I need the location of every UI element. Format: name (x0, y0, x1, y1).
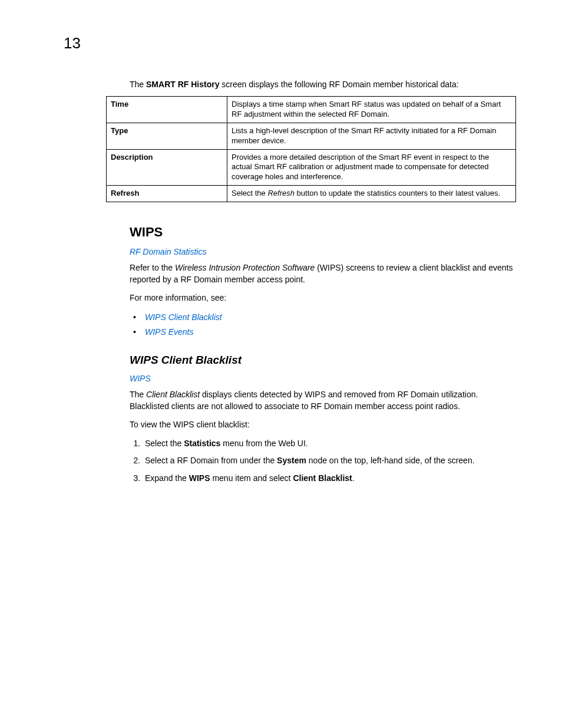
step-mid: node on the top, left-hand side, of the … (306, 456, 475, 465)
step-mid: menu item and select (210, 473, 293, 483)
step-bold-2: Client Blacklist (293, 473, 352, 483)
step-pre: Select the (145, 439, 184, 448)
row-label: Time (107, 97, 227, 123)
table-row: Refresh Select the Refresh button to upd… (107, 186, 516, 202)
intro-suffix: screen displays the following RF Domain … (219, 80, 458, 89)
wips-paragraph-2: For more information, see: (130, 292, 516, 304)
blacklist-steps: Select the Statistics menu from the Web … (130, 438, 516, 485)
page-content: The SMART RF History screen displays the… (106, 80, 516, 492)
blacklist-heading: WIPS Client Blacklist (130, 354, 516, 367)
desc-italic: Refresh (267, 189, 295, 197)
table-row: Type Lists a high-level description of t… (107, 123, 516, 149)
row-desc: Select the Refresh button to update the … (227, 186, 516, 202)
row-desc: Displays a time stamp when Smart RF stat… (227, 97, 516, 123)
intro-text: The SMART RF History screen displays the… (130, 80, 516, 89)
blacklist-breadcrumb-link[interactable]: WIPS (130, 374, 516, 383)
text-pre: The (130, 390, 146, 399)
wips-client-blacklist-link[interactable]: WIPS Client Blacklist (145, 312, 222, 322)
step-item: Select the Statistics menu from the Web … (143, 438, 516, 450)
table-row: Time Displays a time stamp when Smart RF… (107, 97, 516, 123)
intro-bold: SMART RF History (146, 80, 219, 89)
text-italic: Client Blacklist (146, 390, 200, 399)
wips-breadcrumb-link[interactable]: RF Domain Statistics (130, 247, 516, 256)
page-number: 13 (64, 34, 81, 52)
text-italic: Wireless Intrusion Protection Software (175, 263, 315, 272)
step-pre: Select a RF Domain from under the (145, 456, 277, 465)
row-desc: Lists a high-level description of the Sm… (227, 123, 516, 149)
table-row: Description Provides a more detailed des… (107, 149, 516, 186)
step-bold: System (277, 456, 306, 465)
step-bold: WIPS (189, 473, 210, 483)
blacklist-paragraph-1: The Client Blacklist displays clients de… (130, 389, 516, 412)
step-item: Expand the WIPS menu item and select Cli… (143, 473, 516, 485)
step-post: . (352, 473, 355, 483)
row-desc: Provides a more detailed description of … (227, 149, 516, 186)
list-item: WIPS Events (130, 326, 516, 338)
wips-heading: WIPS (130, 225, 516, 240)
step-pre: Expand the (145, 473, 189, 483)
definition-table: Time Displays a time stamp when Smart RF… (106, 96, 516, 202)
desc-post: button to update the statistics counters… (295, 189, 500, 197)
step-bold: Statistics (184, 439, 220, 448)
desc-pre: Select the (232, 189, 267, 197)
blacklist-paragraph-2: To view the WIPS client blacklist: (130, 419, 516, 431)
step-item: Select a RF Domain from under the System… (143, 455, 516, 467)
row-label: Type (107, 123, 227, 149)
intro-prefix: The (130, 80, 146, 89)
row-label: Description (107, 149, 227, 186)
row-label: Refresh (107, 186, 227, 202)
text-pre: Refer to the (130, 263, 175, 272)
list-item: WIPS Client Blacklist (130, 311, 516, 324)
wips-link-list: WIPS Client Blacklist WIPS Events (130, 311, 516, 338)
wips-events-link[interactable]: WIPS Events (145, 327, 193, 337)
step-mid: menu from the Web UI. (220, 439, 308, 448)
wips-paragraph-1: Refer to the Wireless Intrusion Protecti… (130, 262, 516, 285)
